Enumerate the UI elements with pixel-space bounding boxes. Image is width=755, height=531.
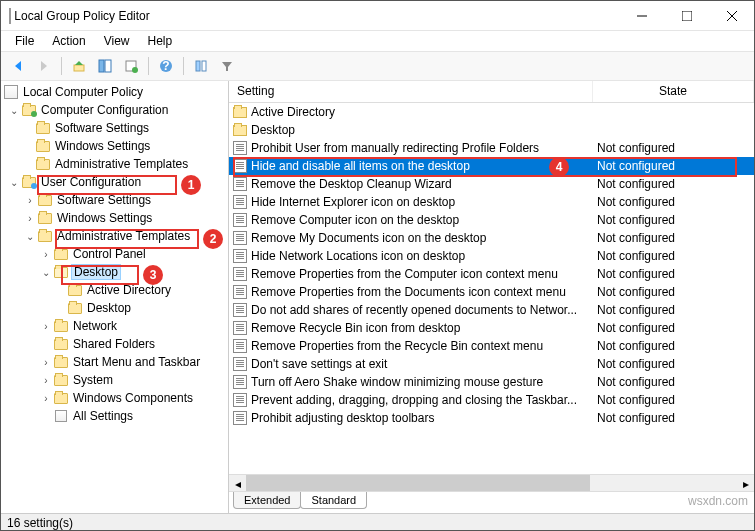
- policy-icon: [233, 195, 247, 209]
- list-row[interactable]: Remove Properties from the Documents ico…: [229, 283, 754, 301]
- list-row[interactable]: Remove Computer icon on the desktopNot c…: [229, 211, 754, 229]
- tree-desktop-child[interactable]: Desktop: [1, 299, 228, 317]
- filter-button[interactable]: [216, 55, 238, 77]
- tree-system[interactable]: ›System: [1, 371, 228, 389]
- list-row[interactable]: Hide and disable all items on the deskto…: [229, 157, 754, 175]
- column-state[interactable]: State: [593, 81, 754, 102]
- back-button[interactable]: [7, 55, 29, 77]
- settings-list[interactable]: Active DirectoryDesktopProhibit User fro…: [229, 103, 754, 474]
- list-row[interactable]: Remove My Documents icon on the desktopN…: [229, 229, 754, 247]
- tree-root[interactable]: Local Computer Policy: [1, 83, 228, 101]
- svg-text:?: ?: [162, 59, 169, 73]
- forward-button[interactable]: [33, 55, 55, 77]
- svg-rect-12: [202, 61, 206, 71]
- tree-desktop[interactable]: ⌄Desktop: [1, 263, 228, 281]
- setting-name: Do not add shares of recently opened doc…: [251, 303, 577, 317]
- list-row[interactable]: Do not add shares of recently opened doc…: [229, 301, 754, 319]
- tree-active-directory[interactable]: Active Directory: [1, 281, 228, 299]
- list-row[interactable]: Remove Properties from the Computer icon…: [229, 265, 754, 283]
- setting-state: Not configured: [593, 177, 754, 191]
- menu-view[interactable]: View: [96, 32, 138, 50]
- properties-button[interactable]: [190, 55, 212, 77]
- toolbar-separator: [61, 57, 62, 75]
- list-row[interactable]: Prevent adding, dragging, dropping and c…: [229, 391, 754, 409]
- setting-name: Don't save settings at exit: [251, 357, 387, 371]
- tab-extended[interactable]: Extended: [233, 492, 301, 509]
- tree-user-windows[interactable]: ›Windows Settings: [1, 209, 228, 227]
- tree-comp-software[interactable]: Software Settings: [1, 119, 228, 137]
- tree-computer-config[interactable]: ⌄Computer Configuration: [1, 101, 228, 119]
- tree-all-settings[interactable]: All Settings: [1, 407, 228, 425]
- tree-pane[interactable]: Local Computer Policy ⌄Computer Configur…: [1, 81, 229, 513]
- column-setting[interactable]: Setting: [229, 81, 593, 102]
- minimize-button[interactable]: [619, 1, 664, 31]
- setting-state: Not configured: [593, 267, 754, 281]
- list-row[interactable]: Hide Internet Explorer icon on desktopNo…: [229, 193, 754, 211]
- policy-icon: [233, 249, 247, 263]
- list-pane: Setting State Active DirectoryDesktopPro…: [229, 81, 754, 513]
- export-list-button[interactable]: [120, 55, 142, 77]
- setting-name: Prohibit User from manually redirecting …: [251, 141, 539, 155]
- scroll-left-button[interactable]: ◂: [229, 475, 246, 492]
- tree-start-menu[interactable]: ›Start Menu and Taskbar: [1, 353, 228, 371]
- help-button[interactable]: ?: [155, 55, 177, 77]
- policy-icon: [233, 393, 247, 407]
- setting-state: Not configured: [593, 285, 754, 299]
- policy-icon: [233, 267, 247, 281]
- view-tabs: Extended Standard: [229, 491, 754, 513]
- scroll-right-button[interactable]: ▸: [737, 475, 754, 492]
- setting-state: Not configured: [593, 141, 754, 155]
- list-row[interactable]: Don't save settings at exitNot configure…: [229, 355, 754, 373]
- setting-name: Remove Recycle Bin icon from desktop: [251, 321, 460, 335]
- setting-name: Hide and disable all items on the deskto…: [251, 159, 470, 173]
- list-row[interactable]: Prohibit User from manually redirecting …: [229, 139, 754, 157]
- setting-name: Prevent adding, dragging, dropping and c…: [251, 393, 577, 407]
- list-row[interactable]: Desktop: [229, 121, 754, 139]
- setting-name: Desktop: [251, 123, 295, 137]
- scroll-track[interactable]: [246, 475, 737, 491]
- tree-network[interactable]: ›Network: [1, 317, 228, 335]
- maximize-button[interactable]: [664, 1, 709, 31]
- list-row[interactable]: Prohibit adjusting desktop toolbarsNot c…: [229, 409, 754, 427]
- list-row[interactable]: Turn off Aero Shake window minimizing mo…: [229, 373, 754, 391]
- policy-icon: [233, 159, 247, 173]
- show-hide-tree-button[interactable]: [94, 55, 116, 77]
- toolbar: ?: [1, 51, 754, 81]
- policy-icon: [233, 303, 247, 317]
- setting-state: Not configured: [593, 303, 754, 317]
- scroll-thumb[interactable]: [246, 475, 590, 491]
- list-row[interactable]: Remove Recycle Bin icon from desktopNot …: [229, 319, 754, 337]
- setting-state: Not configured: [593, 231, 754, 245]
- setting-state: Not configured: [593, 249, 754, 263]
- list-row[interactable]: Hide Network Locations icon on desktopNo…: [229, 247, 754, 265]
- setting-name: Remove My Documents icon on the desktop: [251, 231, 486, 245]
- app-icon: [9, 9, 11, 23]
- setting-name: Remove the Desktop Cleanup Wizard: [251, 177, 452, 191]
- watermark: wsxdn.com: [688, 494, 748, 508]
- menu-action[interactable]: Action: [44, 32, 93, 50]
- list-row[interactable]: Remove Properties from the Recycle Bin c…: [229, 337, 754, 355]
- tree-comp-admin[interactable]: Administrative Templates: [1, 155, 228, 173]
- setting-name: Remove Properties from the Computer icon…: [251, 267, 558, 281]
- tree-user-admin[interactable]: ⌄Administrative Templates: [1, 227, 228, 245]
- tree-user-software[interactable]: ›Software Settings: [1, 191, 228, 209]
- menubar: File Action View Help: [1, 31, 754, 51]
- tree-comp-windows[interactable]: Windows Settings: [1, 137, 228, 155]
- menu-file[interactable]: File: [7, 32, 42, 50]
- tree-user-config[interactable]: ⌄User Configuration: [1, 173, 228, 191]
- policy-icon: [233, 357, 247, 371]
- svg-rect-4: [74, 65, 84, 71]
- list-row[interactable]: Remove the Desktop Cleanup WizardNot con…: [229, 175, 754, 193]
- tab-standard[interactable]: Standard: [300, 492, 367, 509]
- close-button[interactable]: [709, 1, 754, 31]
- tree-control-panel[interactable]: ›Control Panel: [1, 245, 228, 263]
- tree-shared-folders[interactable]: Shared Folders: [1, 335, 228, 353]
- policy-icon: [233, 141, 247, 155]
- tree-windows-components[interactable]: ›Windows Components: [1, 389, 228, 407]
- horizontal-scrollbar[interactable]: ◂ ▸: [229, 474, 754, 491]
- up-button[interactable]: [68, 55, 90, 77]
- menu-help[interactable]: Help: [140, 32, 181, 50]
- setting-name: Remove Properties from the Documents ico…: [251, 285, 566, 299]
- titlebar: Local Group Policy Editor: [1, 1, 754, 31]
- list-row[interactable]: Active Directory: [229, 103, 754, 121]
